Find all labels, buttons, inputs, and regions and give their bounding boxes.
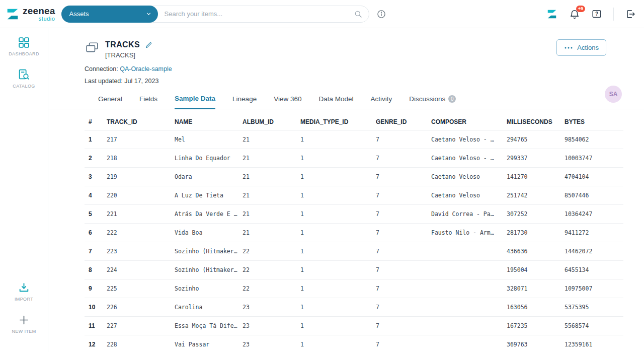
data-cell: [427, 261, 503, 279]
table-row: 9225Sozinho221732807110975007: [85, 279, 623, 298]
actions-button[interactable]: Actions: [556, 39, 606, 56]
data-cell: 223: [103, 242, 171, 261]
tab-general[interactable]: General: [98, 95, 122, 109]
data-cell: 225: [103, 279, 171, 298]
data-cell: 21: [238, 168, 296, 186]
data-cell: 1: [296, 261, 372, 279]
asset-header: TRACKS [TRACKS] Connection: QA-Oracle-sa…: [48, 28, 644, 85]
data-cell: 7: [372, 335, 427, 352]
data-cell: 7: [372, 279, 427, 298]
tab-fields[interactable]: Fields: [139, 95, 157, 109]
data-cell: 12359161: [560, 335, 623, 352]
data-cell: 251742: [503, 186, 560, 205]
data-cell: Sozinho (Hitmaker…: [171, 261, 238, 279]
row-number-cell: 3: [85, 168, 103, 186]
user-avatar[interactable]: SA: [605, 86, 622, 103]
data-cell: Caetano Veloso: [427, 186, 503, 205]
tab-sample-data[interactable]: Sample Data: [175, 95, 215, 109]
data-cell: 1: [296, 205, 372, 224]
row-number-cell: 8: [85, 261, 103, 279]
data-cell: Caetano Veloso: [427, 168, 503, 186]
row-number-cell: 9: [85, 279, 103, 298]
dashboard-icon: [18, 36, 30, 49]
data-cell: 23: [238, 317, 296, 335]
data-cell: David Correa - Pa…: [427, 205, 503, 224]
zeenea-studio-logo[interactable]: zeenea studio: [5, 6, 55, 22]
data-cell: Vai Passar: [171, 335, 238, 352]
data-cell: 307252: [503, 205, 560, 224]
data-cell: 226: [103, 298, 171, 317]
data-cell: 221: [103, 205, 171, 224]
notifications-button[interactable]: +9: [569, 9, 580, 20]
last-updated: Last updated: Jul 17, 2023: [85, 78, 644, 85]
zeenea-apps-icon[interactable]: [546, 8, 558, 20]
row-number-cell: 4: [85, 186, 103, 205]
connection-link[interactable]: QA-Oracle-sample: [120, 65, 172, 73]
data-cell: 167235: [503, 317, 560, 335]
column-header-media-type-id: MEDIA_TYPE_ID: [296, 115, 372, 130]
table-row: 11227Essa Moça Tá Dife…23171672355568574: [85, 317, 623, 335]
search-input[interactable]: [157, 10, 354, 18]
data-cell: [427, 335, 503, 352]
data-cell: 328071: [503, 279, 560, 298]
data-cell: 9411272: [560, 224, 623, 242]
tab-activity[interactable]: Activity: [371, 95, 392, 109]
table-row: 6222Vida Boa2117Fausto Nilo - Arm…281730…: [85, 224, 623, 242]
data-cell: [427, 317, 503, 335]
data-cell: Odara: [171, 168, 238, 186]
data-cell: Mel: [171, 130, 238, 149]
table-row: 4220A Luz De Tieta2117Caetano Veloso2517…: [85, 186, 623, 205]
search-icon[interactable]: [354, 10, 363, 19]
tab-lineage[interactable]: Lineage: [232, 95, 257, 109]
topbar-right: +9 ?: [546, 8, 636, 21]
data-cell: 5375395: [560, 298, 623, 317]
sidebar-item-new-item[interactable]: NEW ITEM: [12, 314, 36, 334]
tab-view-360[interactable]: View 360: [274, 95, 301, 109]
data-cell: 224: [103, 261, 171, 279]
data-cell: 436636: [503, 242, 560, 261]
row-number-cell: 11: [85, 317, 103, 335]
data-cell: 1: [296, 186, 372, 205]
asset-scope-dropdown[interactable]: Assets: [61, 6, 158, 23]
data-cell: 7: [372, 149, 427, 168]
table-row: 12228Vai Passar231736976312359161: [85, 335, 623, 352]
data-cell: 1: [296, 279, 372, 298]
data-cell: 21: [238, 149, 296, 168]
data-cell: 218: [103, 149, 171, 168]
table-body: 1217Mel2117Caetano Veloso - …29476598540…: [85, 130, 623, 352]
sidebar-item-catalog[interactable]: CATALOG: [13, 68, 35, 89]
sidebar-item-import[interactable]: IMPORT: [15, 281, 33, 302]
data-cell: A Luz De Tieta: [171, 186, 238, 205]
data-cell: Linha Do Equador: [171, 149, 238, 168]
data-cell: 7: [372, 130, 427, 149]
topbar-divider: [613, 8, 614, 21]
asset-scope-label: Assets: [69, 10, 89, 18]
sidebar-item-dashboard[interactable]: DASHBOARD: [9, 36, 39, 56]
table-row: 1217Mel2117Caetano Veloso - …29476598540…: [85, 130, 623, 149]
tab-discussions[interactable]: Discussions0: [409, 95, 456, 109]
data-cell: 21: [238, 130, 296, 149]
data-cell: 369763: [503, 335, 560, 352]
logout-button[interactable]: [625, 9, 636, 20]
data-cell: 195004: [503, 261, 560, 279]
data-cell: 294765: [503, 130, 560, 149]
data-cell: Carolina: [171, 298, 238, 317]
asset-code: [TRACKS]: [105, 51, 152, 59]
logout-icon: [625, 9, 636, 20]
data-cell: 219: [103, 168, 171, 186]
edit-pencil-icon[interactable]: [145, 41, 152, 49]
data-cell: 1: [296, 335, 372, 352]
tab-label: Data Model: [318, 95, 353, 103]
topbar: zeenea studio Assets +9 ?: [0, 0, 644, 28]
info-button[interactable]: [376, 9, 386, 19]
data-cell: Atrás Da Verde E …: [171, 205, 238, 224]
data-cell: 7: [372, 261, 427, 279]
data-cell: 7: [372, 186, 427, 205]
data-cell: [427, 242, 503, 261]
data-cell: 7: [372, 298, 427, 317]
help-button[interactable]: ?: [591, 9, 602, 20]
tab-data-model[interactable]: Data Model: [318, 95, 353, 109]
row-number-cell: 2: [85, 149, 103, 168]
data-cell: 10975007: [560, 279, 623, 298]
tab-label: General: [98, 95, 122, 103]
